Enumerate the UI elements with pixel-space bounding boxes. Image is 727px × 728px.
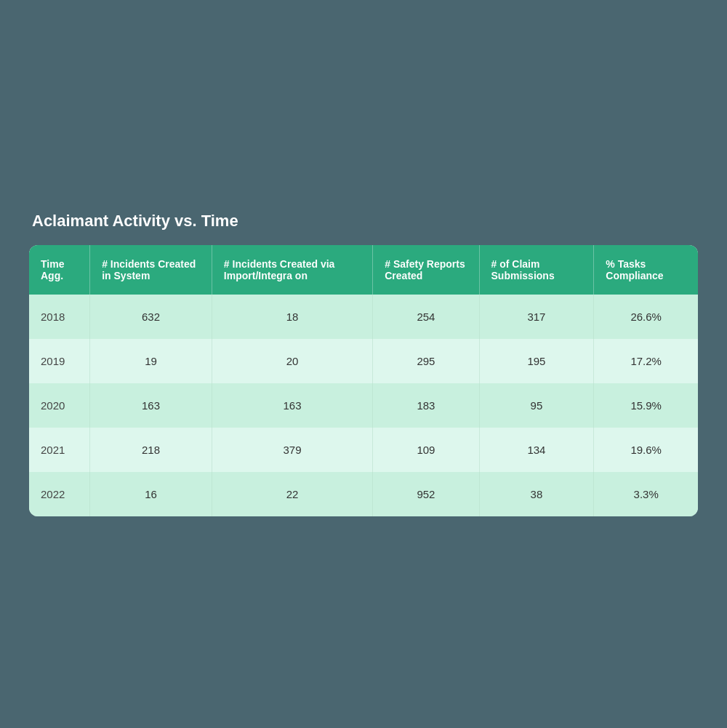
- main-container: Aclaimant Activity vs. Time Time Agg.# I…: [15, 197, 712, 531]
- table-body: 20186321825431726.6%2019192029519517.2%2…: [29, 295, 698, 516]
- activity-table: Time Agg.# Incidents Created in System# …: [29, 245, 698, 516]
- cell-claim_submissions: 195: [479, 339, 594, 383]
- cell-tasks_compliance: 3.3%: [594, 472, 698, 516]
- cell-time_agg: 2022: [29, 472, 90, 516]
- cell-claim_submissions: 38: [479, 472, 594, 516]
- header-cell-claim_submissions: # of Claim Submissions: [479, 245, 594, 295]
- table-row: 20201631631839515.9%: [29, 383, 698, 428]
- cell-tasks_compliance: 15.9%: [594, 383, 698, 428]
- cell-incidents_import: 20: [212, 339, 372, 383]
- cell-incidents_import: 379: [212, 428, 372, 472]
- cell-claim_submissions: 317: [479, 295, 594, 339]
- table-row: 20221622952383.3%: [29, 472, 698, 516]
- cell-time_agg: 2021: [29, 428, 90, 472]
- header-cell-tasks_compliance: % Tasks Compliance: [594, 245, 698, 295]
- cell-incidents_system: 632: [90, 295, 212, 339]
- cell-claim_submissions: 95: [479, 383, 594, 428]
- cell-time_agg: 2020: [29, 383, 90, 428]
- header-cell-time_agg: Time Agg.: [29, 245, 90, 295]
- cell-incidents_system: 16: [90, 472, 212, 516]
- cell-time_agg: 2018: [29, 295, 90, 339]
- table-header: Time Agg.# Incidents Created in System# …: [29, 245, 698, 295]
- cell-incidents_import: 163: [212, 383, 372, 428]
- cell-incidents_import: 18: [212, 295, 372, 339]
- cell-safety_reports: 254: [373, 295, 479, 339]
- cell-safety_reports: 952: [373, 472, 479, 516]
- table-row: 2019192029519517.2%: [29, 339, 698, 383]
- header-cell-incidents_import: # Incidents Created via Import/Integra o…: [212, 245, 372, 295]
- cell-safety_reports: 109: [373, 428, 479, 472]
- cell-tasks_compliance: 19.6%: [594, 428, 698, 472]
- header-row: Time Agg.# Incidents Created in System# …: [29, 245, 698, 295]
- cell-incidents_system: 19: [90, 339, 212, 383]
- table-wrapper: Time Agg.# Incidents Created in System# …: [29, 245, 698, 516]
- table-row: 20186321825431726.6%: [29, 295, 698, 339]
- cell-claim_submissions: 134: [479, 428, 594, 472]
- cell-safety_reports: 183: [373, 383, 479, 428]
- header-cell-safety_reports: # Safety Reports Created: [373, 245, 479, 295]
- header-cell-incidents_system: # Incidents Created in System: [90, 245, 212, 295]
- cell-tasks_compliance: 17.2%: [594, 339, 698, 383]
- cell-incidents_system: 218: [90, 428, 212, 472]
- cell-time_agg: 2019: [29, 339, 90, 383]
- table-row: 202121837910913419.6%: [29, 428, 698, 472]
- cell-incidents_import: 22: [212, 472, 372, 516]
- page-title: Aclaimant Activity vs. Time: [29, 212, 698, 231]
- cell-safety_reports: 295: [373, 339, 479, 383]
- cell-incidents_system: 163: [90, 383, 212, 428]
- cell-tasks_compliance: 26.6%: [594, 295, 698, 339]
